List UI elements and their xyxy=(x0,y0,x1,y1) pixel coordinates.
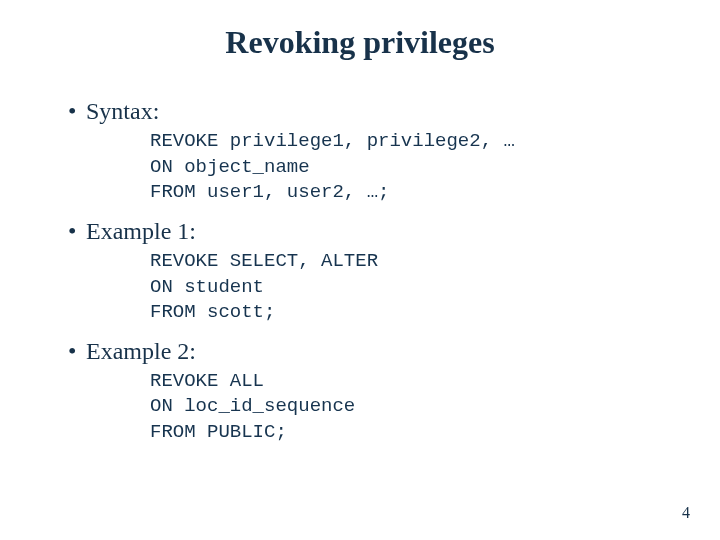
slide-content: • Syntax: REVOKE privilege1, privilege2,… xyxy=(70,86,670,452)
bullet-label: Syntax: xyxy=(86,98,159,125)
bullet-syntax: • Syntax: xyxy=(70,98,670,125)
code-example-2: REVOKE ALL ON loc_id_sequence FROM PUBLI… xyxy=(150,369,670,446)
bullet-label: Example 2: xyxy=(86,338,196,365)
page-number: 4 xyxy=(682,504,690,522)
code-syntax: REVOKE privilege1, privilege2, … ON obje… xyxy=(150,129,670,206)
slide: Revoking privileges • Syntax: REVOKE pri… xyxy=(0,0,720,540)
bullet-dot-icon: • xyxy=(68,219,86,243)
bullet-label: Example 1: xyxy=(86,218,196,245)
bullet-dot-icon: • xyxy=(68,339,86,363)
code-example-1: REVOKE SELECT, ALTER ON student FROM sco… xyxy=(150,249,670,326)
bullet-example-2: • Example 2: xyxy=(70,338,670,365)
slide-title: Revoking privileges xyxy=(0,24,720,61)
bullet-dot-icon: • xyxy=(68,99,86,123)
bullet-example-1: • Example 1: xyxy=(70,218,670,245)
